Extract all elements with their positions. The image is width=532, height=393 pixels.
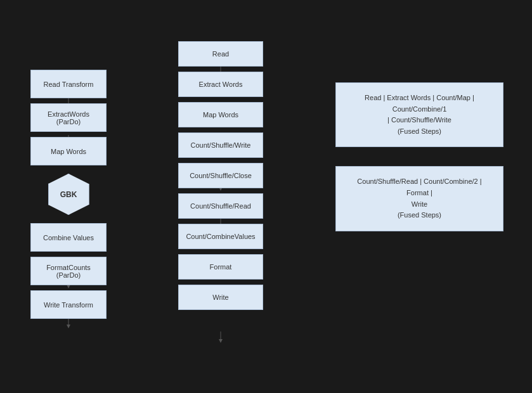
right-column: Read | Extract Words | Count/Map | Count… [335,82,503,231]
extract-words-exec-label: Extract Words [199,81,243,88]
combine-values-box: Combine Values [30,223,107,252]
fused-steps-2-box: Count/Shuffle/Read | Count/Combine/2 | F… [335,166,503,231]
count-shuffle-read-box: Count/Shuffle/Read [178,193,263,219]
count-shuffle-read-label: Count/Shuffle/Read [190,202,251,210]
count-combine-values-label: Count/CombineValues [186,233,255,240]
read-transform-box: Read Transform [30,70,107,98]
map-words-left-box: Map Words [30,137,107,165]
format-exec-box: Format [178,254,263,280]
map-words-exec-label: Map Words [203,111,238,119]
count-shuffle-close-box: Count/Shuffle/Close [178,163,263,188]
left-column: Read Transform ExtractWords(ParDo) Map W… [30,70,107,319]
fused-steps-1-box: Read | Extract Words | Count/Map | Count… [335,82,503,147]
count-shuffle-write-label: Count/Shuffle/Write [191,141,251,149]
write-exec-label: Write [212,293,228,301]
extract-words-pardo-label: ExtractWords(ParDo) [48,110,89,126]
read-exec-box: Read [178,41,263,67]
combine-values-label: Combine Values [43,234,94,242]
read-transform-label: Read Transform [44,81,94,88]
map-words-left-label: Map Words [51,148,86,155]
format-counts-pardo-label: FormatCounts(ParDo) [46,264,91,279]
gbk-label: GBK [60,190,77,199]
extract-words-pardo-box: ExtractWords(ParDo) [30,103,107,132]
count-combine-values-box: Count/CombineValues [178,224,263,249]
write-transform-label: Write Transform [44,301,93,309]
fused-steps-2-label: Count/Shuffle/Read | Count/Combine/2 | F… [346,176,493,221]
read-exec-label: Read [212,50,229,58]
format-exec-label: Format [210,263,232,271]
map-words-exec-box: Map Words [178,102,263,127]
fused-steps-1-label: Read | Extract Words | Count/Map | Count… [346,93,493,137]
count-shuffle-close-label: Count/Shuffle/Close [190,172,252,179]
extract-words-exec-box: Extract Words [178,72,263,97]
format-counts-pardo-box: FormatCounts(ParDo) [30,257,107,285]
middle-column: Read Extract Words Map Words Count/Shuff… [178,41,263,310]
write-exec-box: Write [178,285,263,310]
write-transform-box: Write Transform [30,290,107,319]
count-shuffle-write-box: Count/Shuffle/Write [178,132,263,158]
diagram-container: Read Transform ExtractWords(ParDo) Map W… [0,0,532,393]
gbk-hex-container: GBK [30,171,107,218]
gbk-hex: GBK [48,174,89,215]
